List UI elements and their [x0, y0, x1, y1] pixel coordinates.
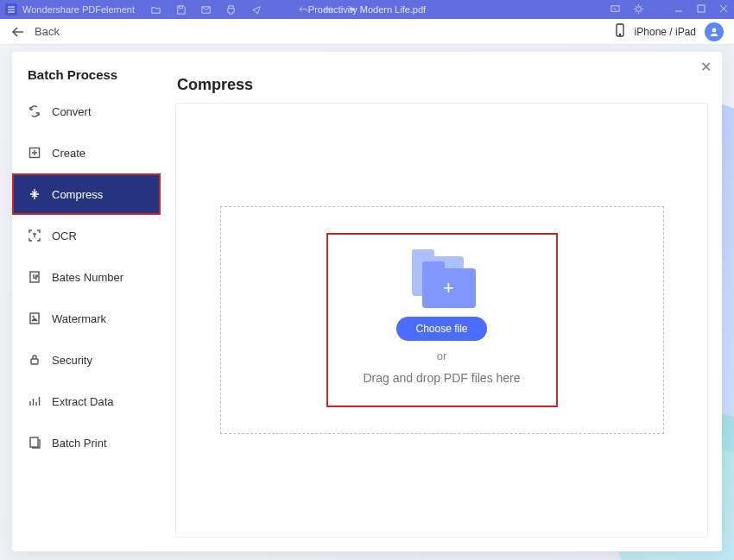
- subbar: Back iPhone / iPad: [0, 19, 734, 45]
- save-icon[interactable]: [175, 4, 187, 16]
- app-logo-icon: [5, 3, 17, 16]
- svg-rect-2: [698, 5, 705, 12]
- present-icon[interactable]: [610, 3, 621, 16]
- sidebar-item-security[interactable]: Security: [12, 339, 161, 381]
- sidebar-title: Batch Process: [12, 67, 161, 91]
- sidebar-item-label: OCR: [52, 230, 77, 242]
- device-icon[interactable]: [614, 23, 626, 40]
- sidebar-item-label: Bates Number: [52, 271, 123, 284]
- main-area: Compress + Choose file or Drag and drop …: [161, 52, 722, 551]
- or-label: or: [437, 349, 447, 362]
- lock-icon: [28, 353, 41, 367]
- share-icon[interactable]: [250, 4, 262, 16]
- sidebar-item-label: Compress: [52, 188, 103, 201]
- batch-print-icon: [28, 436, 41, 450]
- maximize-icon[interactable]: [696, 3, 706, 16]
- dnd-hint: Drag and drop PDF files here: [363, 371, 520, 385]
- choose-file-button[interactable]: Choose file: [396, 317, 486, 341]
- convert-icon: [28, 104, 41, 118]
- page-title: Compress: [175, 76, 708, 94]
- workspace: ✕ Batch Process Convert Create Compress …: [0, 45, 734, 560]
- user-avatar[interactable]: [705, 22, 724, 41]
- svg-rect-9: [31, 359, 38, 364]
- svg-rect-10: [30, 437, 38, 447]
- minimize-icon[interactable]: [674, 3, 684, 16]
- svg-point-4: [619, 34, 620, 35]
- batch-process-panel: ✕ Batch Process Convert Create Compress …: [12, 52, 722, 551]
- close-window-icon[interactable]: [718, 3, 729, 16]
- extract-data-icon: [28, 394, 41, 408]
- open-file-icon[interactable]: [150, 4, 161, 16]
- sidebar-item-create[interactable]: Create: [12, 132, 161, 173]
- titlebar: Wondershare PDFelement Productivity Mode…: [0, 0, 734, 19]
- create-icon: [28, 146, 41, 160]
- sidebar-item-extract[interactable]: Extract Data: [12, 381, 161, 422]
- watermark-icon: [28, 311, 41, 325]
- compress-icon: [28, 187, 41, 201]
- sidebar: Batch Process Convert Create Compress OC…: [12, 52, 161, 551]
- mail-icon[interactable]: [200, 4, 212, 16]
- back-button[interactable]: Back: [10, 25, 60, 38]
- sidebar-item-label: Extract Data: [52, 395, 114, 408]
- svg-rect-0: [611, 5, 619, 11]
- sidebar-item-compress[interactable]: Compress: [12, 173, 161, 215]
- sidebar-item-label: Create: [52, 147, 85, 160]
- sidebar-item-label: Watermark: [52, 312, 106, 325]
- close-panel-button[interactable]: ✕: [700, 59, 712, 75]
- dropzone[interactable]: + Choose file or Drag and drop PDF files…: [220, 206, 664, 434]
- sidebar-item-ocr[interactable]: OCR: [12, 215, 161, 256]
- sidebar-item-label: Batch Print: [52, 437, 107, 450]
- bates-icon: [28, 270, 41, 284]
- print-icon[interactable]: [225, 4, 237, 16]
- document-title: Productivity Modern Life.pdf: [308, 4, 426, 15]
- folder-plus-icon: +: [408, 256, 476, 308]
- sidebar-item-bates[interactable]: Bates Number: [12, 256, 161, 298]
- ocr-icon: [28, 229, 41, 242]
- theme-icon[interactable]: [633, 3, 644, 16]
- device-label[interactable]: iPhone / iPad: [635, 26, 696, 38]
- sidebar-item-convert[interactable]: Convert: [12, 91, 161, 132]
- svg-point-5: [712, 28, 717, 32]
- sidebar-item-label: Security: [52, 354, 92, 367]
- app-name: Wondershare PDFelement: [22, 4, 135, 15]
- sidebar-item-batch-print[interactable]: Batch Print: [12, 422, 161, 463]
- sidebar-item-label: Convert: [52, 105, 92, 118]
- back-label: Back: [35, 25, 60, 38]
- dropzone-highlight: + Choose file or Drag and drop PDF files…: [326, 233, 558, 407]
- sidebar-item-watermark[interactable]: Watermark: [12, 298, 161, 339]
- content-card: + Choose file or Drag and drop PDF files…: [175, 103, 708, 538]
- svg-point-1: [636, 6, 642, 11]
